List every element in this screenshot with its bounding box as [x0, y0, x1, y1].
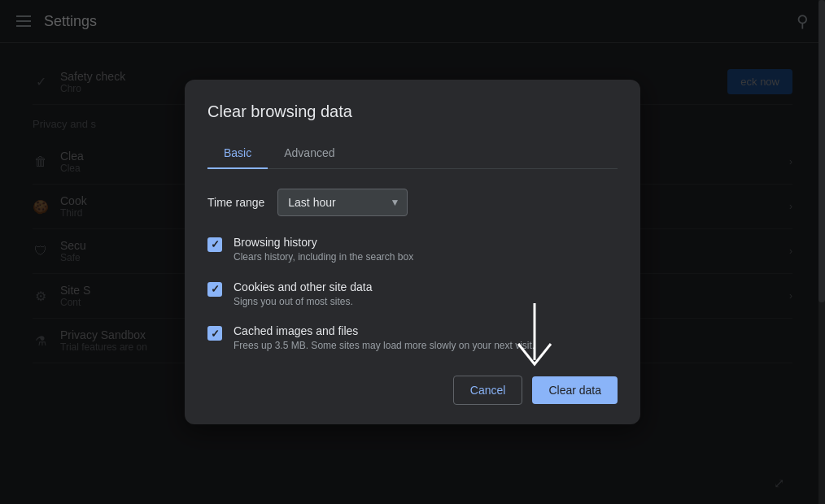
checkbox-cached-text: Cached images and files Frees up 3.5 MB.… [234, 324, 618, 353]
checkbox-browsing-history-label: Browsing history [234, 236, 618, 249]
checkbox-cookies[interactable]: ✓ Cookies and other site data Signs you … [207, 280, 618, 309]
checkmark-icon: ✓ [211, 328, 220, 340]
time-range-select[interactable]: Last hour Last 24 hours Last 7 days Last… [277, 189, 408, 216]
tab-advanced[interactable]: Advanced [268, 138, 351, 169]
checkmark-icon: ✓ [211, 238, 220, 250]
dialog-tabs: Basic Advanced [207, 137, 618, 169]
checkbox-browsing-history[interactable]: ✓ Browsing history Clears history, inclu… [207, 236, 618, 264]
time-range-select-wrapper[interactable]: Last hour Last 24 hours Last 7 days Last… [277, 189, 408, 216]
dialog-title: Clear browsing data [207, 102, 618, 121]
clear-data-button[interactable]: Clear data [532, 376, 618, 404]
checkbox-browsing-history-box[interactable]: ✓ [207, 237, 222, 252]
tab-basic[interactable]: Basic [207, 138, 268, 169]
checkbox-cached[interactable]: ✓ Cached images and files Frees up 3.5 M… [207, 324, 618, 353]
checkbox-cookies-label: Cookies and other site data [234, 280, 618, 293]
checkbox-cookies-text: Cookies and other site data Signs you ou… [234, 280, 618, 309]
time-range-label: Time range [207, 196, 264, 209]
cancel-button[interactable]: Cancel [453, 376, 523, 405]
dialog-buttons: Cancel Clear data [207, 376, 618, 405]
checkbox-cookies-box[interactable]: ✓ [207, 282, 222, 297]
checkbox-browsing-history-desc: Clears history, including in the search … [234, 250, 618, 264]
time-range-row: Time range Last hour Last 24 hours Last … [207, 189, 618, 216]
modal-overlay: Clear browsing data Basic Advanced Time … [0, 0, 825, 504]
clear-browsing-data-dialog: Clear browsing data Basic Advanced Time … [185, 80, 640, 424]
checkmark-icon: ✓ [211, 283, 220, 295]
checkbox-cached-box[interactable]: ✓ [207, 326, 222, 341]
checkbox-browsing-history-text: Browsing history Clears history, includi… [234, 236, 618, 264]
checkbox-cached-label: Cached images and files [234, 324, 618, 337]
checkbox-cached-desc: Frees up 3.5 MB. Some sites may load mor… [234, 339, 618, 353]
checkbox-cookies-desc: Signs you out of most sites. [234, 295, 618, 309]
